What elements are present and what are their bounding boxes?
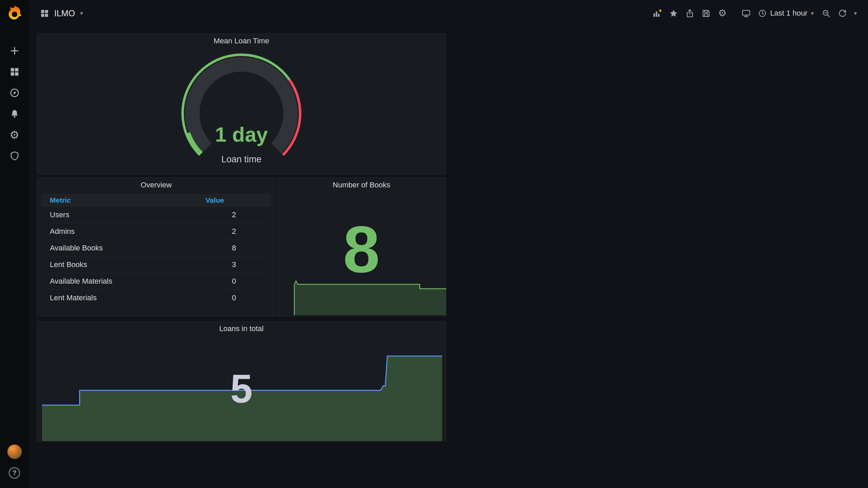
gear-glyph: ⚙ xyxy=(718,8,727,18)
books-sparkline-chart xyxy=(277,280,447,316)
gear-glyph: ⚙ xyxy=(9,129,19,140)
add-panel-icon[interactable] xyxy=(649,5,665,21)
panel-title-number-of-books[interactable]: Number of Books xyxy=(277,178,446,192)
share-dashboard-icon[interactable] xyxy=(682,5,698,21)
panel-title-mean-loan-time[interactable]: Mean Loan Time xyxy=(37,34,446,48)
metric-cell: Lent Books xyxy=(42,260,197,269)
value-cell: 2 xyxy=(197,210,271,219)
column-header-value[interactable]: Value xyxy=(197,196,271,204)
help-icon[interactable]: ? xyxy=(9,467,20,479)
star-favorite-icon[interactable] xyxy=(665,5,682,21)
overview-table: Metric Value Users 2 Admins 2 Available … xyxy=(42,194,271,313)
explore-compass-icon[interactable] xyxy=(8,86,21,99)
table-header-row: Metric Value xyxy=(42,194,271,207)
alerting-bell-icon[interactable] xyxy=(8,107,21,120)
user-avatar[interactable] xyxy=(7,444,22,459)
table-row: Available Books 8 xyxy=(42,240,271,257)
gauge-value: 1 day xyxy=(37,123,446,146)
panel-number-of-books: Number of Books 8 xyxy=(277,177,446,317)
time-range-picker[interactable]: Last 1 hour ▾ xyxy=(754,5,818,21)
stat-value-loans: 5 xyxy=(37,369,446,409)
metric-cell: Lent Materials xyxy=(42,293,197,302)
sidebar: ⚙ ? xyxy=(0,0,29,488)
panel-title-loans-in-total[interactable]: Loans in total xyxy=(37,321,446,336)
panel-title-overview[interactable]: Overview xyxy=(37,178,275,192)
panel-overview: Overview Metric Value Users 2 Admins 2 A… xyxy=(37,177,276,317)
table-row: Lent Materials 0 xyxy=(42,290,271,306)
metric-cell: Users xyxy=(42,210,197,219)
column-header-metric[interactable]: Metric xyxy=(42,196,197,204)
metric-cell: Available Materials xyxy=(42,277,197,286)
value-cell: 2 xyxy=(197,227,271,236)
table-row: Users 2 xyxy=(42,207,271,223)
navbar-actions: ⚙ Last 1 hour ▾ xyxy=(649,5,861,21)
value-cell: 0 xyxy=(197,277,271,286)
save-dashboard-icon[interactable] xyxy=(698,5,714,21)
dashboard-title-group[interactable]: ILMO ▾ xyxy=(40,8,83,18)
sidebar-menu: ⚙ xyxy=(8,44,21,162)
metric-cell: Admins xyxy=(42,227,197,236)
top-navbar: ILMO ▾ xyxy=(29,0,868,26)
clock-icon xyxy=(758,9,767,18)
table-row: Lent Books 3 xyxy=(42,257,271,273)
dashboard-settings-gear-icon[interactable]: ⚙ xyxy=(714,5,730,21)
stat-value-books: 8 xyxy=(277,216,446,282)
panel-mean-loan-time: Mean Loan Time 1 day Loan time xyxy=(37,33,446,175)
title-caret-down-icon: ▾ xyxy=(80,10,83,17)
table-row: Available Materials 0 xyxy=(42,273,271,290)
server-admin-shield-icon[interactable] xyxy=(8,149,21,162)
help-question-glyph: ? xyxy=(12,469,16,477)
panel-loans-in-total: Loans in total 5 xyxy=(37,321,446,442)
gauge-label: Loan time xyxy=(37,154,446,165)
value-cell: 3 xyxy=(197,260,271,269)
refresh-icon[interactable] xyxy=(834,5,850,21)
grafana-logo-icon[interactable] xyxy=(6,4,23,22)
value-cell: 0 xyxy=(197,293,271,302)
configuration-gear-icon[interactable]: ⚙ xyxy=(8,128,21,141)
refresh-interval-caret-icon[interactable]: ▾ xyxy=(850,5,861,21)
cycle-view-monitor-icon[interactable] xyxy=(738,5,754,21)
dashboards-grid-icon[interactable] xyxy=(8,65,21,78)
table-row: Admins 2 xyxy=(42,223,271,240)
caret-down-glyph: ▾ xyxy=(854,10,857,17)
sidebar-bottom: ? xyxy=(7,444,22,479)
zoom-out-time-icon[interactable] xyxy=(818,5,834,21)
dashboard-squares-icon xyxy=(40,9,49,18)
time-range-caret-down-icon: ▾ xyxy=(811,10,814,17)
time-range-label: Last 1 hour xyxy=(770,9,807,18)
dashboard-title: ILMO xyxy=(54,8,75,18)
value-cell: 8 xyxy=(197,244,271,252)
create-plus-icon[interactable] xyxy=(8,44,21,57)
metric-cell: Available Books xyxy=(42,244,197,252)
